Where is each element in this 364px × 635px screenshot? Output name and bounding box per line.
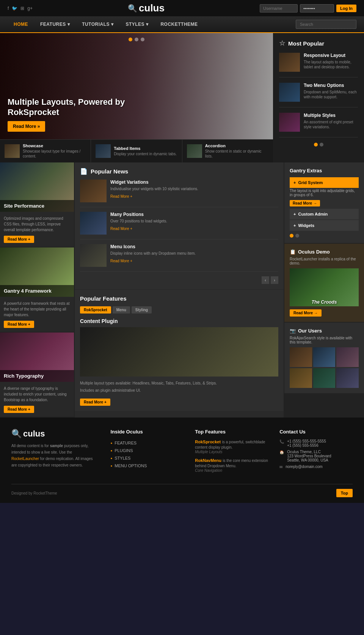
facebook-icon[interactable]: f: [8, 6, 9, 11]
left-column: Site Performance Optimized images and co…: [0, 162, 74, 418]
right-column: Gantry Extras + Grid System The layout i…: [284, 162, 364, 418]
roksprocket-link[interactable]: RokSprocket: [195, 440, 221, 444]
popular-item-2-title[interactable]: Two Menu Options: [304, 83, 358, 88]
user-avatar-5[interactable]: [313, 368, 336, 388]
tab-roksprocket[interactable]: RokSprocket: [80, 306, 111, 314]
rss-icon[interactable]: ⊞: [20, 6, 24, 11]
news-2-image: [80, 212, 107, 235]
nav-rockettheme[interactable]: ROCKETTHEME: [154, 16, 204, 32]
footer-inside-oculus: Inside Oculus FEATURES PLUGINS STYLES ME…: [110, 429, 184, 476]
article-2-title: Gantry 4 Framework: [4, 288, 70, 294]
news-1-readmore[interactable]: Read More +: [110, 194, 132, 199]
features-tabs: RokSprocket Menu Styling: [80, 306, 278, 314]
article-1-desc: Optimized images and compressed CSS file…: [4, 216, 70, 233]
footer-item-features[interactable]: FEATURES: [110, 439, 184, 447]
popular-dot-2[interactable]: [320, 143, 323, 147]
gantry-dot-2[interactable]: [295, 234, 299, 238]
contact-email: ✉ noreply@domain.com: [279, 465, 353, 469]
contact-email-address[interactable]: noreply@domain.com: [286, 465, 322, 469]
username-input[interactable]: [260, 4, 298, 13]
footer-top-features-title: Top Features: [195, 429, 268, 435]
oculus-demo-title: 📋 Oculus Demo: [290, 249, 359, 255]
article-site-performance: Site Performance Optimized images and co…: [0, 162, 74, 247]
gantry-item-admin[interactable]: + Custom Admin: [290, 209, 359, 219]
user-avatar-3[interactable]: [336, 347, 359, 367]
auth-section: Log In: [260, 4, 356, 13]
roknavmenu-link[interactable]: RokNavMenu: [195, 458, 221, 463]
popular-dot-1[interactable]: [314, 143, 318, 147]
news-2-readmore[interactable]: Read More +: [110, 227, 132, 231]
gantry-extras-title: Gantry Extras: [290, 168, 359, 173]
article-2-readmore[interactable]: Read More +: [4, 321, 34, 328]
popular-item-3-title[interactable]: Multiple Styles: [304, 113, 358, 118]
nav-tutorials[interactable]: TUTORIALS ▾: [76, 16, 119, 32]
top-feature-1-sub: Multiple Layouts: [195, 450, 268, 454]
footer-item-plugins[interactable]: PLUGINS: [110, 447, 184, 454]
footer-item-styles[interactable]: STYLES: [110, 454, 184, 462]
contact-company: Oculus Theme, LLC: [287, 450, 331, 454]
footer-top-features: Top Features RokSprocket is a powerful, …: [195, 429, 268, 476]
footer-bottom: Designed by RocketTheme Top: [11, 484, 353, 497]
popular-item-2: Two Menu Options Dropdown and SplitMenu,…: [279, 83, 358, 107]
popular-item-1-title[interactable]: Responsive Layout: [304, 53, 358, 58]
news-2-title[interactable]: Many Positions: [110, 212, 167, 217]
top-feature-2: RokNavMenu is the core menu extension be…: [195, 458, 268, 473]
footer-logo-section: 🔍 culus All demo content is for sample p…: [11, 429, 99, 476]
logo-text: culus: [139, 2, 165, 14]
feature-readmore-button[interactable]: Read More +: [80, 399, 110, 406]
contact-phone2: +1 (555) 555-5556: [287, 443, 326, 447]
gantry-readmore-button[interactable]: Read More →: [290, 200, 320, 206]
hero-dot-1[interactable]: [129, 38, 132, 41]
tab-styling[interactable]: Styling: [132, 306, 152, 314]
gantry-item-grid[interactable]: + Grid System: [290, 177, 359, 188]
twitter-icon[interactable]: 🐦: [12, 6, 17, 11]
news-1-title[interactable]: Widget Variations: [110, 180, 198, 185]
most-popular-title: ☆ Most Popular: [279, 39, 358, 47]
news-item-1: Widget Variations Individualise your wid…: [80, 180, 278, 207]
showcase-thumbnail: [5, 144, 20, 158]
popular-news-section: 📄 Popular News Widget Variations Individ…: [75, 162, 284, 289]
back-to-top-button[interactable]: Top: [336, 489, 353, 497]
footer-logo[interactable]: 🔍 culus: [11, 429, 99, 439]
user-avatar-6[interactable]: [336, 368, 359, 388]
login-button[interactable]: Log In: [336, 5, 356, 12]
gantry-extras-section: Gantry Extras + Grid System The layout i…: [284, 162, 364, 243]
article-1-readmore[interactable]: Read More +: [4, 236, 34, 243]
rocketlauncher-link[interactable]: RocketLauncher: [11, 457, 39, 461]
accordion-title: Accordion: [205, 143, 268, 148]
footer-logo-icon: 🔍: [11, 429, 22, 439]
main-content: Site Performance Optimized images and co…: [0, 162, 364, 418]
gantry-item-widgets[interactable]: + Widgets: [290, 220, 359, 231]
news-3-title[interactable]: Menu Icons: [110, 244, 196, 249]
nav-home[interactable]: HOME: [8, 16, 34, 33]
article-gantry: Gantry 4 Framework A powerful core frame…: [0, 247, 74, 332]
popular-item-1-image: [279, 53, 300, 72]
showcase-desc: Showcase layout type for images / conten…: [23, 149, 86, 159]
news-3-readmore[interactable]: Read More +: [110, 259, 132, 263]
popular-news-title: 📄 Popular News: [80, 168, 278, 175]
nav-styles[interactable]: STYLES ▾: [119, 16, 154, 32]
footer-item-menu-options[interactable]: MENU OPTIONS: [110, 462, 184, 470]
hero-readmore-button[interactable]: Read More »: [8, 121, 45, 132]
article-3-desc: A diverse range of typography is include…: [4, 386, 70, 403]
user-avatar-4[interactable]: [290, 368, 312, 388]
user-avatar-1[interactable]: [290, 347, 312, 367]
gantry-dot-1[interactable]: [290, 234, 293, 238]
contact-phone: 📞 +1 (555) 555-555-5555 +1 (555) 555-555…: [279, 439, 353, 447]
article-3-readmore[interactable]: Read More +: [4, 406, 34, 413]
googleplus-icon[interactable]: g+: [27, 6, 33, 11]
tab-menu[interactable]: Menu: [113, 306, 130, 314]
user-avatar-2[interactable]: [313, 347, 336, 367]
search-input[interactable]: [296, 20, 356, 29]
article-3-title: Rich Typography: [4, 373, 70, 379]
site-logo[interactable]: 🔍culus: [128, 2, 165, 14]
contact-phone1: +1 (555) 555-555-5555: [287, 439, 326, 443]
news-prev-button[interactable]: ‹: [262, 276, 269, 284]
nav-features[interactable]: FEATURES ▾: [34, 16, 76, 32]
oculus-demo-readmore[interactable]: Read More →: [290, 309, 322, 317]
hero-dot-3[interactable]: [141, 38, 144, 41]
tabbed-desc: Display your content in dynamic tabs.: [114, 151, 177, 156]
password-input[interactable]: [300, 4, 334, 13]
news-next-button[interactable]: ›: [271, 276, 278, 284]
hero-dot-2[interactable]: [135, 38, 138, 41]
